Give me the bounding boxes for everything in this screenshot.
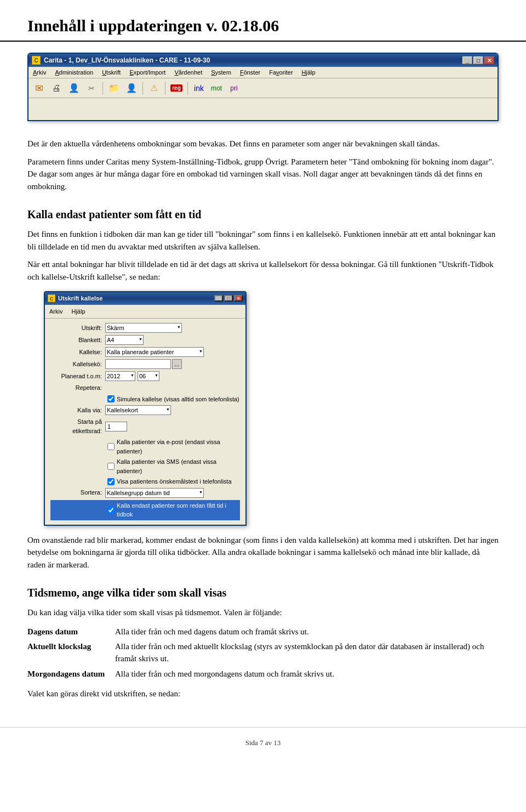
dialog-visa-row: Visa patientens önskemålstext i telefonl… xyxy=(50,477,240,486)
toolbar-mot-btn[interactable]: mot xyxy=(208,81,225,96)
dialog-minimize-btn[interactable]: _ xyxy=(214,295,223,302)
starta-input[interactable] xyxy=(105,422,127,431)
tidsmemo-table: Dagens datum Alla tider från och med dag… xyxy=(27,624,499,682)
kallaVia-select-wrapper: Kallelsekort xyxy=(105,405,171,415)
tidsmemo-row-2: Morgondagens datum Alla tider från och m… xyxy=(27,667,499,682)
dialog-kallelse-row: Kallelse: Kalla planerade patienter xyxy=(50,347,240,357)
app-window: C Carita - 1, Dev_LIV-Önsvalakliniken - … xyxy=(27,53,499,121)
highlight-checkbox[interactable] xyxy=(107,507,115,514)
dialog-repetera-label: Repetera: xyxy=(50,383,105,393)
sortera-select[interactable]: Kallelsegrupp datum tid xyxy=(105,488,204,498)
kallelse-select-wrapper: Kalla planerade patienter xyxy=(105,347,204,357)
blankett-select-wrapper: A4 xyxy=(105,335,144,345)
dialog-title-text: Utskrift kallelse xyxy=(58,294,102,303)
kallelseko-input[interactable] xyxy=(105,359,171,369)
menu-administration[interactable]: Administration xyxy=(50,68,98,77)
menu-system[interactable]: System xyxy=(207,68,236,77)
dialog-kallaVia-label: Kalla via: xyxy=(50,406,105,415)
app-icon: C xyxy=(32,56,41,65)
simulera-checkbox[interactable] xyxy=(107,395,115,402)
tidsmemo-term-1: Aktuellt klockslag xyxy=(27,639,115,667)
toolbar-envelope-btn[interactable]: ✉ xyxy=(31,81,47,96)
menu-vardenhet[interactable]: Vårdenhet xyxy=(170,68,207,77)
toolbar: ✉ 🖨 👤 ✂ 📁 👤 ⚠ reg ink mot xyxy=(28,78,498,98)
dialog-sms-row: Kalla patienter via SMS (endast vissa pa… xyxy=(50,457,240,475)
menu-utskrift[interactable]: Utskrift xyxy=(98,68,125,77)
tidsmemo-term-0: Dagens datum xyxy=(27,624,115,640)
toolbar-scissors-btn[interactable]: ✂ xyxy=(83,81,100,96)
kallelseko-browse-btn[interactable]: ... xyxy=(172,359,182,369)
blankett-select[interactable]: A4 xyxy=(105,335,144,345)
toolbar-person-btn[interactable]: 👤 xyxy=(66,81,82,96)
dialog-blankett-row: Blankett: A4 xyxy=(50,335,240,345)
epost-checkbox[interactable] xyxy=(107,443,115,450)
title-bar-buttons: _ □ ✕ xyxy=(462,56,494,64)
dialog-window: C Utskrift kallelse _ □ ✕ Arkiv Hjälp Ut… xyxy=(44,291,247,526)
dialog-menu-hjalp[interactable]: Hjälp xyxy=(67,306,89,317)
dialog-menu-arkiv[interactable]: Arkiv xyxy=(45,306,67,317)
toolbar-separator-4 xyxy=(187,82,188,95)
maximize-button[interactable]: □ xyxy=(473,56,483,64)
toolbar-warning-btn[interactable]: ⚠ xyxy=(146,81,162,96)
sms-checkbox[interactable] xyxy=(107,463,115,470)
visa-checkbox[interactable] xyxy=(107,478,115,485)
planerad-month-select[interactable]: 06 xyxy=(138,371,159,381)
minimize-button[interactable]: _ xyxy=(462,56,472,64)
intro-paragraph-1: Det är den aktuella vårdenhetens ombokni… xyxy=(27,138,499,150)
sortera-select-wrapper: Kallelsegrupp datum tid xyxy=(105,488,204,498)
menu-arkiv[interactable]: Arkiv xyxy=(28,68,50,77)
tidsmemo-def-1: Alla tider från och med aktuellt klocksl… xyxy=(115,639,499,667)
section2-paragraph-2: Valet kan göras direkt vid utskriften, s… xyxy=(27,688,499,700)
utskrift-select[interactable]: Skärm xyxy=(105,323,182,333)
toolbar-print-btn[interactable]: 🖨 xyxy=(48,81,65,96)
menu-exportimport[interactable]: Export/Import xyxy=(125,68,170,77)
dialog-close-btn[interactable]: ✕ xyxy=(234,295,243,302)
mot-icon: mot xyxy=(211,84,222,92)
dialog-simulera-row: Simulera kallelse (visas alltid som tele… xyxy=(50,395,240,404)
toolbar-separator-1 xyxy=(102,82,103,95)
menu-hjalp[interactable]: Hjälp xyxy=(298,68,320,77)
toolbar-person2-btn[interactable]: 👤 xyxy=(123,81,140,96)
menu-fonster[interactable]: Fönster xyxy=(236,68,265,77)
section2-heading: Tidsmemo, ange vilka tider som skall vis… xyxy=(27,584,499,601)
kallelse-select[interactable]: Kalla planerade patienter xyxy=(105,347,204,357)
intro-paragraph-2: Parametern finns under Caritas meny Syst… xyxy=(27,156,499,193)
section1-heading: Kalla endast patienter som fått en tid xyxy=(27,206,499,223)
dialog-epost-row: Kalla patienter via e-post (endast vissa… xyxy=(50,438,240,456)
planerad-year-select[interactable]: 2012 xyxy=(105,371,135,381)
tidsmemo-def-0: Alla tider från och med dagens datum och… xyxy=(115,624,499,640)
printer-icon: 🖨 xyxy=(52,83,61,93)
dialog-utskrift-label: Utskrift: xyxy=(50,323,105,333)
pri-icon: pri xyxy=(230,84,237,92)
tidsmemo-row-1: Aktuellt klockslag Alla tider från och m… xyxy=(27,639,499,667)
dialog-menu: Arkiv Hjälp xyxy=(45,305,245,319)
page-info: Sida 7 av 13 xyxy=(245,739,281,747)
close-button[interactable]: ✕ xyxy=(484,56,494,64)
toolbar-reg-btn[interactable]: reg xyxy=(168,81,185,96)
epost-label: Kalla patienter via e-post (endast vissa… xyxy=(117,438,240,456)
page-footer: Sida 7 av 13 xyxy=(0,727,526,756)
person-icon: 👤 xyxy=(68,83,79,93)
menu-favoriter[interactable]: Favoriter xyxy=(265,68,297,77)
title-bar: C Carita - 1, Dev_LIV-Önsvalakliniken - … xyxy=(28,54,498,67)
toolbar-ink-btn[interactable]: ink xyxy=(191,81,207,96)
title-bar-text: Carita - 1, Dev_LIV-Önsvalakliniken - CA… xyxy=(44,56,210,64)
toolbar-pri-btn[interactable]: pri xyxy=(226,81,242,96)
visa-label: Visa patientens önskemålstext i telefonl… xyxy=(117,477,232,486)
dialog-container: C Utskrift kallelse _ □ ✕ Arkiv Hjälp Ut… xyxy=(44,291,499,526)
kallaVia-select[interactable]: Kallelsekort xyxy=(105,405,171,415)
planerad-year-wrapper: 2012 xyxy=(105,371,135,381)
dialog-maximize-btn[interactable]: □ xyxy=(224,295,233,302)
ink-icon: ink xyxy=(194,84,204,93)
simulera-label: Simulera kallelse (visas alltid som tele… xyxy=(117,395,239,404)
section1-paragraph-1: Det finns en funktion i tidboken där man… xyxy=(27,228,499,253)
dialog-title-buttons: _ □ ✕ xyxy=(214,295,243,302)
utskrift-select-wrapper: Skärm xyxy=(105,323,182,333)
folder-icon: 📁 xyxy=(108,83,119,93)
toolbar-folder-btn[interactable]: 📁 xyxy=(106,81,122,96)
dialog-kallelseko-label: Kallelsekö: xyxy=(50,360,105,369)
toolbar-separator-3 xyxy=(165,82,165,95)
menu-bar: Arkiv Administration Utskrift Export/Imp… xyxy=(28,67,498,78)
section1-paragraph-2: När ett antal bokningar har blivit tilld… xyxy=(27,258,499,283)
dialog-sortera-label: Sortera: xyxy=(50,488,105,497)
